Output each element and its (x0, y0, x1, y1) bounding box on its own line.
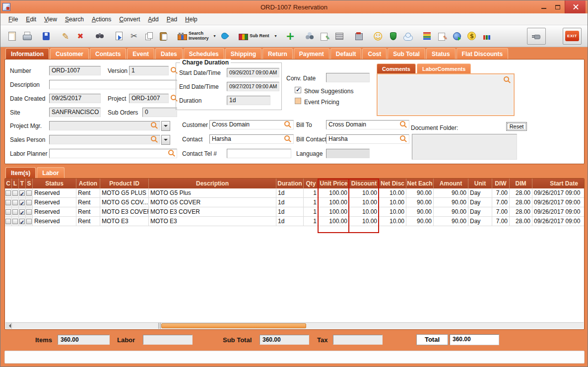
badge-button[interactable] (386, 28, 400, 45)
add-button[interactable] (283, 28, 298, 45)
exit-button[interactable]: EXIT (563, 28, 582, 45)
c-checkbox[interactable] (5, 200, 11, 205)
chart-button[interactable] (479, 28, 494, 45)
number-field[interactable]: ORD-1007 (49, 66, 101, 75)
tab-cost[interactable]: Cost (362, 48, 387, 59)
smiley-button[interactable] (371, 28, 386, 45)
delete-button[interactable] (73, 28, 88, 45)
project-mgr-field[interactable] (49, 121, 160, 130)
column-header-qty[interactable]: Qty (304, 179, 319, 188)
cell-t[interactable] (19, 217, 26, 226)
building-button[interactable] (351, 28, 366, 45)
cell-c[interactable] (5, 198, 12, 207)
s-checkbox[interactable] (26, 209, 32, 215)
search-inventory-button[interactable]: Search Inventory▼ (176, 28, 217, 45)
cell-t[interactable] (19, 207, 26, 217)
search-inventory-dropdown-arrow[interactable]: ▼ (213, 34, 216, 38)
t-checkbox[interactable] (19, 200, 25, 205)
column-header-l[interactable]: L (12, 179, 19, 188)
paste-button[interactable] (156, 28, 171, 45)
new-document-button[interactable] (4, 28, 19, 45)
scroll-left-arrow-icon[interactable] (5, 323, 12, 329)
cell-c[interactable] (5, 217, 12, 226)
menu-item-search[interactable]: Search (61, 13, 88, 25)
column-header-unit[interactable]: Unit (468, 179, 492, 188)
comments-textarea[interactable] (377, 73, 515, 116)
c-checkbox[interactable] (5, 209, 11, 215)
project-field[interactable]: ORD-1007 (129, 94, 169, 103)
event-pricing-checkbox[interactable] (295, 98, 301, 104)
column-header-diw[interactable]: DIW (492, 179, 510, 188)
column-header-s[interactable]: S (26, 179, 33, 188)
tab-labor[interactable]: Labor (37, 167, 64, 178)
version-field[interactable]: 1 (129, 66, 169, 75)
tab-item-s[interactable]: Item(s) (5, 167, 36, 178)
transfer-button[interactable] (112, 28, 127, 45)
cell-s[interactable] (26, 188, 33, 198)
column-header-dim[interactable]: DIM (510, 179, 532, 188)
project-mgr-search-icon[interactable] (151, 122, 156, 127)
column-header-description[interactable]: Description (149, 179, 276, 188)
contact-tel-field[interactable] (227, 149, 291, 158)
tab-comments[interactable]: Comments (377, 63, 416, 73)
c-checkbox[interactable] (5, 190, 11, 196)
customer-search-icon[interactable] (284, 121, 290, 126)
column-header-net_disc[interactable]: Net Disc (379, 179, 406, 188)
save-button[interactable] (39, 28, 54, 45)
horizontal-scrollbar[interactable] (5, 322, 584, 329)
tab-contacts[interactable]: Contacts (90, 48, 126, 59)
tab-event[interactable]: Event (127, 48, 154, 59)
note-edit-button[interactable] (317, 28, 332, 45)
customer-field[interactable]: Cross Domain (209, 120, 294, 129)
cell-l[interactable] (12, 188, 19, 198)
column-header-amount[interactable]: Amount (434, 179, 468, 188)
tab-shipping[interactable]: Shipping (225, 48, 261, 59)
menu-item-pad[interactable]: Pad (163, 13, 181, 25)
l-checkbox[interactable] (12, 219, 18, 224)
t-checkbox[interactable] (19, 209, 25, 215)
table-row[interactable]: ReservedRentMOTO G5 PLUSMOTO G5 Plus1d11… (5, 188, 585, 198)
globe-button[interactable] (450, 28, 464, 45)
close-button[interactable] (565, 0, 586, 13)
contact-field[interactable]: Harsha (209, 134, 294, 144)
cell-s[interactable] (26, 198, 33, 207)
t-checkbox[interactable] (19, 219, 25, 224)
bill-to-field[interactable]: Cross Domain (326, 120, 409, 129)
bill-contact-field[interactable]: Harsha (326, 134, 409, 144)
table-row[interactable]: ReservedRentMOTO E3MOTO E31d1100.0010.00… (5, 217, 585, 226)
menu-item-actions[interactable]: Actions (88, 13, 115, 25)
comments-search-icon[interactable] (504, 76, 509, 82)
s-checkbox[interactable] (26, 219, 32, 224)
tab-customer[interactable]: Customer (50, 48, 89, 59)
menu-item-view[interactable]: View (40, 13, 61, 25)
copy-button[interactable] (141, 28, 156, 45)
tab-laborcomments[interactable]: LaborComments (417, 63, 471, 73)
print-button[interactable] (19, 28, 34, 45)
edit-button[interactable] (58, 28, 73, 45)
menu-item-add[interactable]: Add (144, 13, 162, 25)
sub-orders-field[interactable]: 0 (142, 108, 177, 117)
tab-dates[interactable]: Dates (155, 48, 183, 59)
group-items-button[interactable] (302, 28, 317, 45)
cut-button[interactable] (127, 28, 141, 45)
cell-c[interactable] (5, 207, 12, 217)
column-header-t[interactable]: T (19, 179, 26, 188)
description-field[interactable] (49, 80, 177, 89)
menu-item-help[interactable]: Help (181, 13, 201, 25)
sales-person-search-icon[interactable] (151, 136, 156, 141)
l-checkbox[interactable] (12, 190, 18, 196)
project-mgr-dropdown-button[interactable] (161, 121, 170, 131)
tab-information[interactable]: Information (5, 48, 49, 59)
cell-l[interactable] (12, 207, 19, 217)
start-datetime-field[interactable]: 09/26/2017 09:00 AM (227, 68, 279, 77)
cell-t[interactable] (19, 198, 26, 207)
pad-button[interactable] (332, 28, 347, 45)
ink-drop-button[interactable] (217, 28, 232, 45)
c-checkbox[interactable] (5, 219, 11, 224)
column-header-unit_price[interactable]: Unit Price (319, 179, 349, 188)
cell-l[interactable] (12, 198, 19, 207)
s-checkbox[interactable] (26, 190, 32, 196)
cloud-button[interactable] (400, 28, 415, 45)
column-header-c[interactable]: C (5, 179, 12, 188)
menu-item-convert[interactable]: Convert (115, 13, 144, 25)
